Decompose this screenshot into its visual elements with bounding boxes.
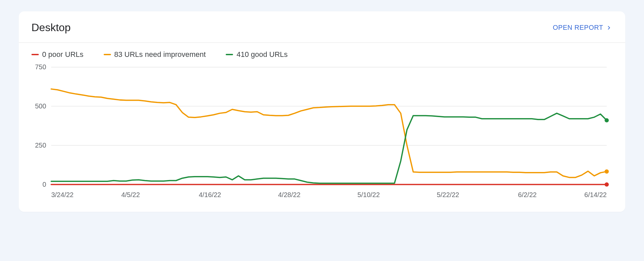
legend-label-improve: 83 URLs need improvement [114,50,206,59]
legend-label-good: 410 good URLs [236,50,288,59]
legend-label-poor: 0 poor URLs [42,50,84,59]
legend-swatch-poor [31,54,39,55]
line-chart: 02505007503/24/224/5/224/16/224/28/225/1… [26,63,613,201]
svg-text:4/16/22: 4/16/22 [199,191,221,198]
svg-text:6/14/22: 6/14/22 [584,191,607,198]
page-title: Desktop [31,21,71,34]
svg-text:6/2/22: 6/2/22 [518,191,537,198]
svg-text:0: 0 [42,181,46,188]
svg-text:250: 250 [35,142,46,149]
chevron-right-icon [605,24,613,31]
svg-text:750: 750 [35,63,46,71]
svg-point-17 [605,169,609,174]
legend-item-improve[interactable]: 83 URLs need improvement [104,50,206,59]
legend-swatch-good [226,54,233,55]
svg-point-18 [605,118,609,122]
legend-item-poor[interactable]: 0 poor URLs [31,50,84,59]
desktop-cwv-card: Desktop OPEN REPORT 0 poor URLs 83 URLs … [19,11,625,212]
legend-item-good[interactable]: 410 good URLs [226,50,288,59]
svg-text:4/5/22: 4/5/22 [121,191,140,198]
svg-text:5/10/22: 5/10/22 [357,191,380,198]
svg-text:500: 500 [35,102,46,110]
svg-point-16 [605,182,609,187]
chart-container: 02505007503/24/224/5/224/16/224/28/225/1… [19,63,625,212]
chart-legend: 0 poor URLs 83 URLs need improvement 410… [19,43,625,63]
svg-text:4/28/22: 4/28/22 [278,191,301,198]
open-report-label: OPEN REPORT [553,24,603,31]
card-header: Desktop OPEN REPORT [19,11,625,43]
svg-text:3/24/22: 3/24/22 [51,191,74,198]
open-report-button[interactable]: OPEN REPORT [553,24,613,31]
svg-text:5/22/22: 5/22/22 [437,191,459,198]
legend-swatch-improve [104,54,111,55]
